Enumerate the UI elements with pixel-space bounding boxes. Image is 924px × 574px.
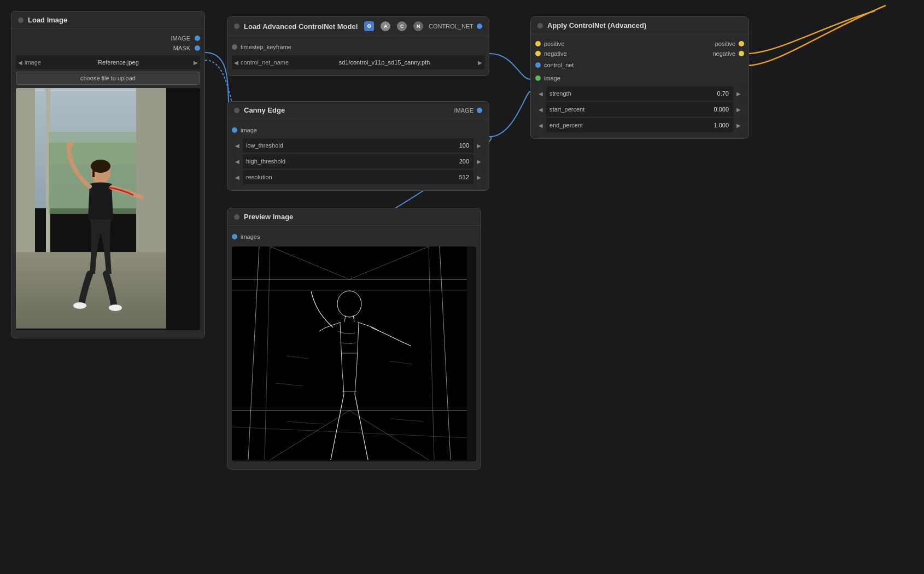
high-threshold-right-arrow[interactable]: ▶ xyxy=(473,154,484,168)
positive-output-connector[interactable] xyxy=(739,41,744,46)
svg-point-12 xyxy=(67,142,73,147)
image-output-label: IMAGE xyxy=(171,35,190,42)
canny-image-input-row: image xyxy=(227,124,489,137)
image-select-left-arrow[interactable]: ◀ xyxy=(18,60,22,66)
positive-input-label: positive xyxy=(544,40,564,47)
negative-output-label: negative xyxy=(712,50,735,57)
svg-line-34 xyxy=(276,383,303,386)
control-net-name-row[interactable]: ◀ control_net_name sd1/control_v11p_sd15… xyxy=(232,55,484,69)
strength-right-arrow[interactable]: ▶ xyxy=(733,86,744,101)
image-select-right-arrow[interactable]: ▶ xyxy=(194,60,198,66)
end-percent-right-arrow[interactable]: ▶ xyxy=(733,118,744,132)
high-threshold-label: high_threshold xyxy=(243,158,455,165)
svg-rect-5 xyxy=(49,132,136,165)
end-percent-label: end_percent xyxy=(546,122,709,128)
resolution-right-arrow[interactable]: ▶ xyxy=(473,170,484,184)
canny-edge-node: Canny Edge IMAGE image ◀ low_threshold 1… xyxy=(227,101,489,191)
image-type-label: image xyxy=(25,59,41,66)
low-threshold-right-arrow[interactable]: ▶ xyxy=(473,138,484,153)
svg-line-21 xyxy=(270,247,349,279)
negative-input-connector[interactable] xyxy=(535,51,541,56)
high-threshold-slider[interactable]: ◀ high_threshold 200 ▶ xyxy=(232,154,484,168)
apply-image-input-label: image xyxy=(544,75,560,81)
control-net-input-label: control_net xyxy=(544,62,574,68)
end-percent-value: 1.000 xyxy=(709,122,733,128)
svg-rect-11 xyxy=(92,166,95,177)
positive-row: positive positive xyxy=(531,39,748,49)
strength-label: strength xyxy=(546,90,713,97)
resolution-slider[interactable]: ◀ resolution 512 ▶ xyxy=(232,170,484,184)
preview-image-node: Preview Image images xyxy=(227,208,481,470)
c-badge-icon: C xyxy=(397,21,407,31)
resolution-label: resolution xyxy=(243,174,455,180)
svg-point-27 xyxy=(337,291,361,317)
a-badge-icon: A xyxy=(381,21,390,31)
svg-line-33 xyxy=(390,361,412,364)
low-threshold-value: 100 xyxy=(455,142,473,149)
high-threshold-value: 200 xyxy=(455,158,473,165)
canny-edge-body: image ◀ low_threshold 100 ▶ ◀ high_thres… xyxy=(227,119,489,190)
load-image-preview xyxy=(16,88,200,330)
low-threshold-label: low_threshold xyxy=(243,142,455,149)
apply-controlnet-node: Apply ControlNet (Advanced) positive pos… xyxy=(530,16,749,139)
low-threshold-slider[interactable]: ◀ low_threshold 100 ▶ xyxy=(232,138,484,153)
control-net-output-connector[interactable] xyxy=(477,24,482,29)
preview-image-status-dot xyxy=(234,214,239,220)
load-image-body: IMAGE MASK ◀ image Reference.jpeg ▶ choo… xyxy=(11,29,204,338)
positive-output-label: positive xyxy=(715,40,735,47)
start-percent-right-arrow[interactable]: ▶ xyxy=(733,102,744,116)
svg-point-14 xyxy=(109,304,122,311)
upload-button[interactable]: choose file to upload xyxy=(16,72,200,85)
image-output-row: IMAGE xyxy=(11,33,204,43)
control-net-input-row: control_net xyxy=(531,58,748,72)
canny-edge-title: Canny Edge xyxy=(244,106,285,114)
control-net-input-connector[interactable] xyxy=(535,62,541,68)
control-net-name-left-arrow[interactable]: ◀ xyxy=(234,60,238,66)
svg-line-18 xyxy=(429,247,434,460)
apply-image-input-row: image xyxy=(531,72,748,85)
preview-images-input-connector[interactable] xyxy=(232,234,237,239)
svg-line-36 xyxy=(390,419,423,421)
canny-image-input-label: image xyxy=(241,127,257,133)
svg-point-13 xyxy=(73,302,86,309)
strength-left-arrow[interactable]: ◀ xyxy=(535,86,546,101)
control-net-output-label: CONTROL_NET xyxy=(429,23,473,30)
load-controlnet-header: Load Advanced ControlNet Model ⚙ A C N C… xyxy=(227,17,489,36)
load-controlnet-status-dot xyxy=(234,24,239,29)
timestep-input-label: timestep_keyframe xyxy=(241,44,291,50)
strength-slider[interactable]: ◀ strength 0.70 ▶ xyxy=(535,86,744,101)
canny-image-output-connector[interactable] xyxy=(477,108,482,113)
timestep-input-connector[interactable] xyxy=(232,44,237,50)
start-percent-slider[interactable]: ◀ start_percent 0.000 ▶ xyxy=(535,102,744,116)
negative-output-connector[interactable] xyxy=(739,51,744,56)
image-select-row[interactable]: ◀ image Reference.jpeg ▶ xyxy=(16,55,200,69)
mask-output-row: MASK xyxy=(11,43,204,53)
low-threshold-left-arrow[interactable]: ◀ xyxy=(232,138,243,153)
acn-badge-icon: ⚙ xyxy=(364,21,374,31)
svg-line-24 xyxy=(232,427,467,438)
resolution-left-arrow[interactable]: ◀ xyxy=(232,170,243,184)
mask-output-connector[interactable] xyxy=(195,45,200,51)
timestep-input-row: timestep_keyframe xyxy=(227,40,489,54)
positive-input-connector[interactable] xyxy=(535,41,541,46)
high-threshold-left-arrow[interactable]: ◀ xyxy=(232,154,243,168)
apply-image-input-connector[interactable] xyxy=(535,75,541,81)
load-controlnet-node: Load Advanced ControlNet Model ⚙ A C N C… xyxy=(227,16,489,76)
end-percent-slider[interactable]: ◀ end_percent 1.000 ▶ xyxy=(535,118,744,132)
canny-image-output-label: IMAGE xyxy=(454,107,473,114)
apply-controlnet-title: Apply ControlNet (Advanced) xyxy=(547,21,646,30)
canny-preview-svg xyxy=(232,247,467,460)
canny-preview-container xyxy=(232,247,476,461)
preview-image-header: Preview Image xyxy=(227,208,481,226)
canny-image-input-connector[interactable] xyxy=(232,127,237,133)
apply-controlnet-body: positive positive negative negative cont… xyxy=(531,34,748,138)
canny-edge-header: Canny Edge IMAGE xyxy=(227,102,489,119)
end-percent-left-arrow[interactable]: ◀ xyxy=(535,118,546,132)
image-output-connector[interactable] xyxy=(195,36,200,41)
control-net-name-right-arrow[interactable]: ▶ xyxy=(478,60,482,66)
negative-row: negative negative xyxy=(531,49,748,58)
load-controlnet-title: Load Advanced ControlNet Model xyxy=(244,22,358,31)
resolution-value: 512 xyxy=(455,174,473,180)
start-percent-left-arrow[interactable]: ◀ xyxy=(535,102,546,116)
svg-line-17 xyxy=(440,247,451,460)
